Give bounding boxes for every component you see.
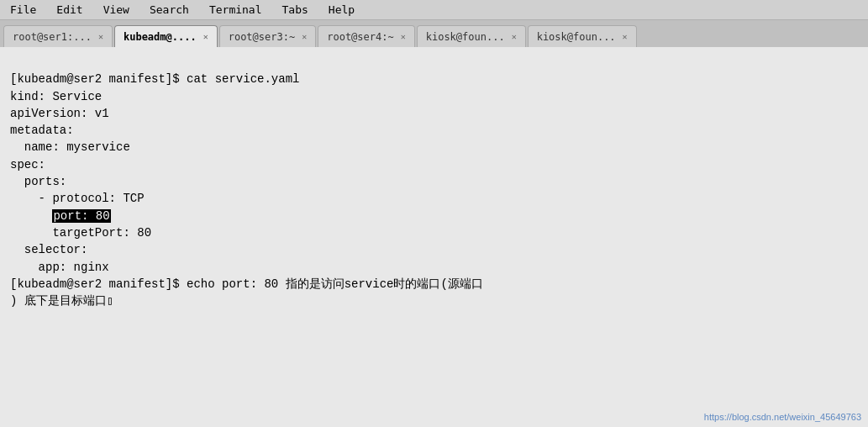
tab-2[interactable]: root@ser3:~ ✕ bbox=[219, 25, 317, 47]
menu-search[interactable]: Search bbox=[146, 3, 192, 16]
tab-label-3: root@ser4:~ bbox=[327, 31, 393, 43]
line-echo2: ) 底下是目标端口▯ bbox=[10, 294, 113, 308]
terminal-area: [kubeadm@ser2 manifest]$ cat service.yam… bbox=[0, 47, 868, 427]
tab-4[interactable]: kiosk@foun... ✕ bbox=[417, 25, 526, 47]
line-apiversion: apiVersion: v1 bbox=[10, 107, 109, 120]
tab-label-4: kiosk@foun... bbox=[426, 31, 505, 43]
tab-0[interactable]: root@ser1:... ✕ bbox=[3, 25, 113, 47]
tab-close-5[interactable]: ✕ bbox=[623, 32, 628, 41]
menu-terminal[interactable]: Terminal bbox=[206, 3, 266, 16]
menu-help[interactable]: Help bbox=[325, 3, 358, 16]
tab-label-2: root@ser3:~ bbox=[229, 31, 295, 43]
line-port-highlight: port: 80 bbox=[52, 209, 110, 223]
line-selector: selector: bbox=[10, 243, 87, 256]
line-app: app: nginx bbox=[10, 261, 109, 274]
tab-close-1[interactable]: ✕ bbox=[203, 32, 208, 41]
line-spec: spec: bbox=[10, 158, 45, 171]
line-port-pre bbox=[10, 209, 52, 223]
tab-close-2[interactable]: ✕ bbox=[302, 32, 307, 41]
line-metadata: metadata: bbox=[10, 124, 74, 137]
tabbar: root@ser1:... ✕ kubeadm@.... ✕ root@ser3… bbox=[0, 20, 868, 47]
tab-5[interactable]: kiosk@foun... ✕ bbox=[528, 25, 637, 47]
watermark: https://blog.csdn.net/weixin_45649763 bbox=[704, 412, 861, 422]
menu-edit[interactable]: Edit bbox=[53, 3, 86, 16]
tab-label-5: kiosk@foun... bbox=[537, 31, 616, 43]
tab-close-4[interactable]: ✕ bbox=[512, 32, 517, 41]
tab-label-1: kubeadm@.... bbox=[124, 31, 197, 43]
line-kind: kind: Service bbox=[10, 90, 102, 103]
tab-close-3[interactable]: ✕ bbox=[401, 32, 406, 41]
line-ports: ports: bbox=[10, 175, 66, 188]
tab-3[interactable]: root@ser4:~ ✕ bbox=[318, 25, 415, 47]
menu-file[interactable]: File bbox=[7, 3, 39, 16]
tab-label-0: root@ser1:... bbox=[13, 31, 92, 43]
line-cmd: [kubeadm@ser2 manifest]$ cat service.yam… bbox=[10, 72, 299, 86]
tab-close-0[interactable]: ✕ bbox=[98, 32, 103, 41]
line-targetport: targetPort: 80 bbox=[10, 226, 151, 240]
menubar: File Edit View Search Terminal Tabs Help bbox=[0, 0, 868, 20]
terminal-content: [kubeadm@ser2 manifest]$ cat service.yam… bbox=[10, 54, 858, 327]
menu-view[interactable]: View bbox=[100, 3, 133, 16]
line-echo: [kubeadm@ser2 manifest]$ echo port: 80 指… bbox=[10, 277, 483, 291]
tab-1[interactable]: kubeadm@.... ✕ bbox=[114, 25, 218, 47]
menu-tabs[interactable]: Tabs bbox=[279, 3, 312, 16]
line-protocol: - protocol: TCP bbox=[10, 192, 145, 205]
line-name: name: myservice bbox=[10, 140, 130, 154]
